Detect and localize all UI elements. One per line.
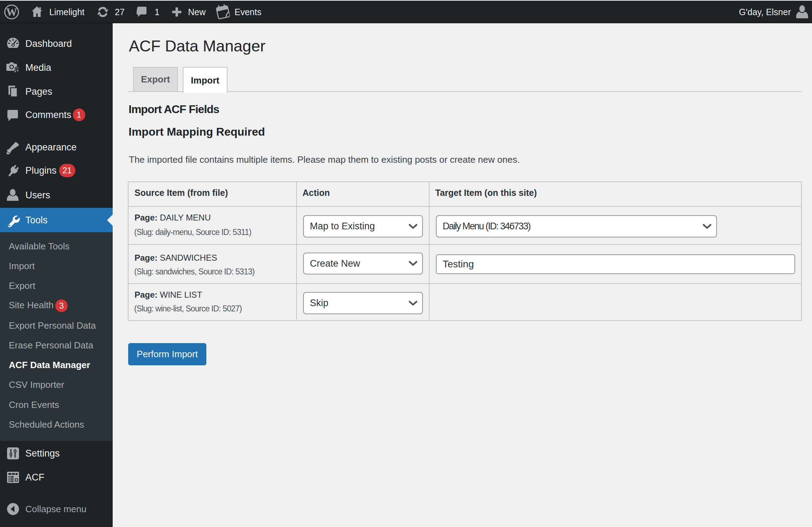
svg-text:W: W bbox=[6, 6, 17, 18]
